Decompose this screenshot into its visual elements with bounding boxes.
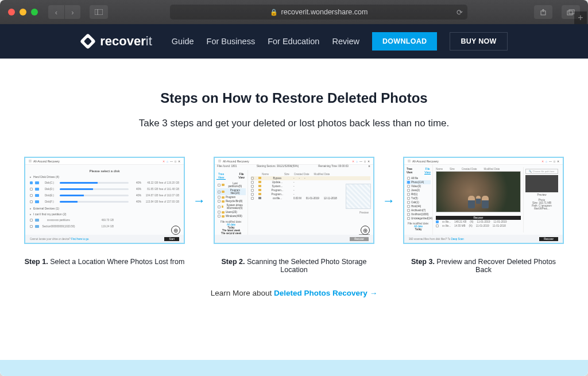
reload-icon[interactable]: ⟳ [457,8,463,17]
buy-now-button[interactable]: BUY NOW [450,32,507,51]
arrow-1-icon: → [193,193,206,208]
download-button[interactable]: DOWNLOAD [372,32,437,51]
select-disk-heading: Please select a disk [30,169,179,173]
footer-band [0,360,588,376]
step-3-card: All-Around Recovery ✕⌂—□✕ Tree ViewFile … [403,157,564,274]
step-1-screenshot: All-Around Recovery ✕⌂—□✕ Please select … [24,157,185,244]
window-close-icon[interactable] [8,9,15,15]
app-icon [29,160,32,162]
back-button[interactable]: ‹ [48,5,64,19]
magnifier-icon: ⊕ [171,226,180,235]
learn-more: Learn More about Deleted Photos Recovery… [23,289,565,297]
step-3-num: Step 3. [411,258,435,266]
page-title: Steps on How to Restore Deleted Photos [23,90,565,106]
section-cant-find: I can't find my partition (2) [30,212,179,216]
url-text: recoverit.wondershare.com [281,8,368,16]
arrow-2-icon: → [382,193,395,208]
steps-row: All-Around Recovery ✕⌂—□✕ Please select … [23,157,565,274]
traffic-lights [8,9,38,15]
window-minimize-icon[interactable] [20,9,26,15]
nav-link-education[interactable]: For Education [268,37,319,46]
page-content: recoverit Guide For Business For Educati… [0,24,588,376]
step-1-card: All-Around Recovery ✕⌂—□✕ Please select … [24,157,185,266]
svg-rect-4 [569,10,574,14]
step-2-card: All-Around Recovery ✕⌂—□✕ Files found: 1… [214,157,374,274]
nav-history-buttons: ‹ › [48,5,80,19]
site-nav: recoverit Guide For Business For Educati… [0,24,588,59]
new-tab-button[interactable]: + [574,11,587,24]
window-zoom-icon[interactable] [31,9,38,15]
share-icon[interactable] [534,5,552,19]
brand-main: recover [100,34,146,48]
link-arrow-icon: → [370,289,378,297]
app-title: All-Around Recovery [33,160,60,163]
step-1-caption: Select a Location Where Photos Lost from [50,258,184,266]
nav-link-business[interactable]: For Business [207,37,256,46]
step-1-num: Step 1. [25,258,48,266]
nav-link-review[interactable]: Review [332,37,359,46]
magnifier-icon: ⊕ [361,226,370,235]
learn-more-link[interactable]: Deleted Photos Recovery [274,289,368,297]
brand-sub: it [146,34,152,48]
start-button: Start [164,237,179,241]
nav-link-guide[interactable]: Guide [172,37,194,46]
step-2-screenshot: All-Around Recovery ✕⌂—□✕ Files found: 1… [214,157,374,244]
preview-photo [436,171,521,212]
section-hdd: Hard Disk Drives (4) [30,175,179,179]
step-2-caption: Scanning the Selected Photo Storage Loca… [247,258,366,274]
svg-rect-0 [95,9,103,15]
sidebar-toggle-icon[interactable] [90,5,108,19]
page-subtitle: Take 3 steps and get your deleted or los… [23,118,565,129]
step-3-screenshot: All-Around Recovery ✕⌂—□✕ Tree ViewFile … [403,157,564,244]
lock-icon: 🔒 [270,9,278,16]
learn-more-prefix: Learn More about [211,289,274,297]
thumb-photo [525,175,558,192]
forward-button[interactable]: › [64,5,80,19]
section-external: External Devices (1) [30,207,179,210]
address-bar[interactable]: 🔒 recoverit.wondershare.com ⟳ [170,5,467,20]
step-3-caption: Preview and Recover Deleted Photos Back [436,258,556,274]
logo[interactable]: recoverit [80,34,152,49]
logo-icon [80,34,95,49]
svg-rect-3 [567,11,572,15]
step-2-num: Step 2. [222,258,245,266]
browser-chrome: ‹ › 🔒 recoverit.wondershare.com ⟳ [0,0,588,24]
